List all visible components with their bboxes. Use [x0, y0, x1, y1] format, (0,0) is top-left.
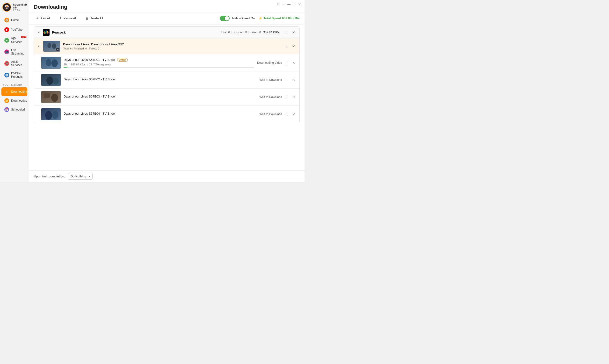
ep1-quality: 1080p: [117, 58, 127, 62]
sidebar-item-home[interactable]: 🏠 Home: [1, 16, 27, 24]
scheduled-icon: 📅: [4, 107, 9, 112]
downloaded-icon: 📁: [4, 98, 9, 103]
ep1-speed: 952.84 KB/s: [71, 63, 85, 66]
svg-point-19: [46, 77, 53, 85]
ep2-info: Days of our Lives S57E02 - TV Show: [64, 78, 256, 83]
ep3-title: Days of our Lives S57E03 - TV Show: [64, 95, 115, 98]
home-label: Home: [11, 18, 19, 22]
ep1-title-row: Days of our Lives S57E01 - TV Show 1080p: [64, 58, 254, 62]
completion-select-wrapper[interactable]: Do Nothing Shutdown Sleep Exit ▼: [68, 173, 93, 180]
lib-item-scheduled[interactable]: 📅 Scheduled: [1, 105, 27, 114]
vip-icon: ★: [4, 38, 9, 43]
provider-speed: 952.84 KB/s: [263, 31, 279, 34]
show-info: Days of our Lives: Days of our Lives S57…: [63, 42, 281, 50]
ep2-actions: Wait to Download ⏸ ✕: [259, 78, 296, 82]
provider-logo: [43, 29, 50, 36]
provider-finished-label: Finished:: [233, 31, 244, 34]
turbo-switch[interactable]: [220, 16, 230, 21]
adult-icon: 🔞: [4, 61, 9, 66]
show-close-button[interactable]: ✕: [291, 44, 296, 49]
ep3-thumbnail: [41, 91, 61, 103]
start-all-button[interactable]: ⬇ Start All: [34, 15, 53, 21]
delete-all-button[interactable]: 🗑 Delete All: [83, 15, 105, 21]
provider-failed-label: Failed:: [250, 31, 258, 34]
svg-point-26: [52, 111, 58, 119]
download-list: ▼ Peacock: [29, 24, 304, 170]
lib-item-downloaded[interactable]: 📁 Downloaded: [1, 96, 27, 105]
show-thumbnail: 6: [43, 41, 60, 52]
sidebar-item-vip[interactable]: ★ VIP Services HOT: [1, 35, 27, 46]
ep3-pause-button[interactable]: ⏸: [284, 95, 289, 99]
toolbar: ⬇ Start All ⏸ Pause All 🗑 Delete All Tur…: [29, 13, 304, 24]
ep2-pause-button[interactable]: ⏸: [284, 78, 289, 82]
show-group: ▼: [34, 38, 299, 123]
episode-item-3: Days of our Lives S57E03 - TV Show Wait …: [34, 88, 299, 105]
svg-point-25: [45, 111, 52, 120]
provider-stats: Total: 6 | Finished: 0 | Failed: 0: [221, 31, 261, 34]
app-logo-icon: [2, 3, 11, 12]
show-actions: ⏸ ✕: [284, 44, 296, 49]
lib-item-downloading[interactable]: ⬇ Downloading ⬇: [1, 87, 27, 96]
show-count-badge: 6: [56, 48, 59, 51]
ep1-pct: 2%: [64, 63, 68, 66]
svg-point-13: [47, 43, 51, 48]
provider-finished: 0: [245, 31, 247, 34]
ep2-title-row: Days of our Lives S57E02 - TV Show: [64, 78, 256, 81]
page-title: Downloading: [34, 4, 300, 10]
ep2-status: Wait to Download: [259, 78, 282, 82]
menu-button[interactable]: ≡: [281, 2, 286, 6]
ep4-title-row: Days of our Lives S57E04 - TV Show: [64, 112, 256, 115]
provider-actions: ⏸ ✕: [284, 30, 296, 35]
svg-point-23: [51, 94, 58, 102]
live-label: Live Streaming: [11, 49, 24, 55]
sidebar-item-dvdfab[interactable]: 💿 DVDFab Products: [1, 70, 27, 80]
provider-failed: 0: [259, 31, 261, 34]
minimize-button[interactable]: —: [287, 2, 291, 6]
maximize-button[interactable]: ☐: [292, 2, 296, 6]
start-all-label: Start All: [40, 16, 51, 20]
provider-close-button[interactable]: ✕: [291, 30, 296, 35]
ep4-close-button[interactable]: ✕: [291, 112, 296, 117]
completion-select[interactable]: Do Nothing Shutdown Sleep Exit: [68, 173, 93, 180]
ep1-pause-button[interactable]: ⏸: [284, 60, 289, 65]
youtube-icon: ▶: [4, 27, 9, 32]
sidebar-item-adult[interactable]: 🔞 Adult Services: [1, 58, 27, 69]
ep1-actions: Downloading Video ⏸ ✕: [257, 60, 296, 65]
toggle-knob: [225, 16, 229, 21]
window-controls: ⏱ ≡ — ☐ ✕: [273, 0, 304, 8]
provider-total-label: Total:: [221, 31, 227, 34]
ep2-close-button[interactable]: ✕: [291, 78, 296, 82]
ep3-close-button[interactable]: ✕: [291, 95, 296, 99]
history-button[interactable]: ⏱: [276, 2, 280, 6]
sidebar-item-live[interactable]: 📺 Live Streaming: [1, 47, 27, 57]
main-content: Downloading ⬇ Start All ⏸ Pause All 🗑 De…: [29, 0, 304, 182]
pause-all-icon: ⏸: [59, 16, 62, 20]
pause-all-button[interactable]: ⏸ Pause All: [57, 15, 79, 21]
hot-badge: HOT: [21, 36, 26, 38]
show-pause-button[interactable]: ⏸: [284, 44, 289, 49]
episode-item-2: Days of our Lives S57E02 - TV Show Wait …: [34, 71, 299, 88]
show-chevron-icon[interactable]: ▼: [38, 45, 40, 48]
episode-item-1: Days of our Lives S57E01 - TV Show 1080p…: [34, 54, 299, 71]
provider-pause-button[interactable]: ⏸: [284, 30, 289, 35]
sidebar-nav: 🏠 Home ▶ YouTube ★ VIP Services HOT 📺 Li…: [0, 14, 29, 82]
scheduled-label: Scheduled: [11, 108, 25, 111]
provider-group-peacock: ▼ Peacock: [34, 26, 300, 123]
svg-point-7: [46, 30, 47, 33]
downloaded-label: Downloaded: [11, 99, 27, 102]
logo-area: StreamFab x64 6.0.0.0: [0, 0, 29, 14]
ep4-title: Days of our Lives S57E04 - TV Show: [64, 112, 115, 115]
episode-item-4: Days of our Lives S57E04 - TV Show Wait …: [34, 105, 299, 123]
turbo-toggle[interactable]: Turbo-Speed On: [220, 16, 255, 21]
svg-point-16: [46, 59, 52, 66]
close-button[interactable]: ✕: [297, 2, 302, 6]
ep1-segments: 19 / 750 segments: [89, 63, 111, 66]
ep2-title: Days of our Lives S57E02 - TV Show: [64, 78, 115, 81]
ep3-title-row: Days of our Lives S57E03 - TV Show: [64, 95, 256, 98]
app-version: 6.0.0.0: [13, 9, 27, 11]
ep1-status: Downloading Video: [257, 61, 282, 65]
ep4-pause-button[interactable]: ⏸: [284, 112, 289, 117]
sidebar-item-youtube[interactable]: ▶ YouTube: [1, 25, 27, 34]
ep1-close-button[interactable]: ✕: [291, 60, 296, 65]
provider-chevron-icon[interactable]: ▼: [38, 31, 40, 34]
